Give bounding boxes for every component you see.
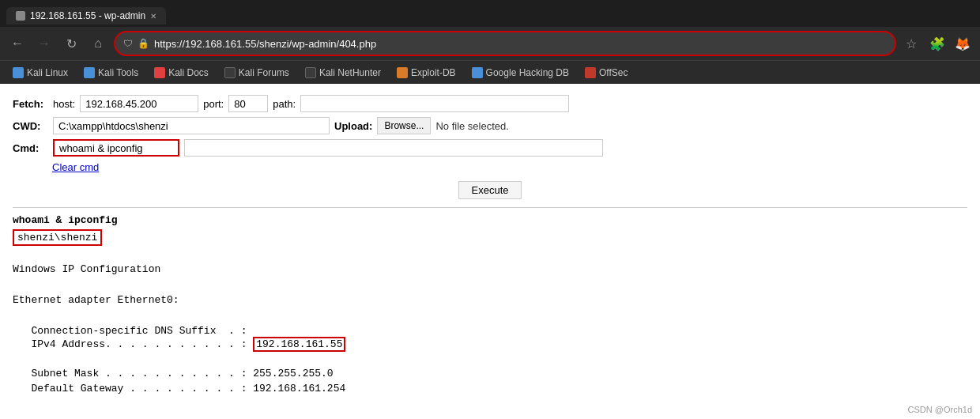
bookmark-kali-linux[interactable]: Kali Linux (6, 66, 74, 80)
active-tab[interactable]: 192.168.161.55 - wp-admin ✕ (6, 7, 166, 25)
port-input[interactable] (228, 95, 268, 112)
divider (13, 207, 967, 208)
bookmark-star-button[interactable]: ☆ (906, 36, 917, 51)
tab-label: 192.168.161.55 - wp-admin (30, 10, 145, 21)
tab-bar: 192.168.161.55 - wp-admin ✕ (0, 0, 980, 27)
bookmark-kali-forums[interactable]: Kali Forums (218, 66, 296, 80)
bookmark-kali-forums-label: Kali Forums (239, 67, 289, 78)
path-label: path: (273, 98, 296, 110)
shield-icon: 🛡 (123, 38, 133, 49)
bookmark-kali-linux-label: Kali Linux (27, 67, 68, 78)
ip-config-output-1: Windows IP Configuration Ethernet adapte… (13, 246, 967, 338)
bookmark-exploit-db-label: Exploit-DB (411, 67, 456, 78)
watermark: CSDN @Orch1d (908, 405, 972, 414)
user-highlight: shenzi\shenzi (13, 229, 102, 246)
bookmark-kali-docs-label: Kali Docs (168, 67, 209, 78)
user-output-line: shenzi\shenzi (13, 229, 967, 246)
extensions-button[interactable]: 🧩 (926, 33, 948, 55)
kali-docs-icon (154, 67, 165, 78)
browser-chrome: 192.168.161.55 - wp-admin ✕ ← → ↻ ⌂ 🛡 🔒 … (0, 0, 980, 84)
reload-button[interactable]: ↻ (60, 32, 82, 55)
forward-button[interactable]: → (33, 32, 55, 55)
fetch-row: Fetch: host: port: path: (13, 95, 967, 112)
bookmark-google-hacking-db[interactable]: Google Hacking DB (466, 66, 575, 80)
cwd-label: CWD: (13, 120, 48, 132)
bookmark-kali-nethunter[interactable]: Kali NetHunter (299, 66, 387, 80)
clear-cmd-row: Clear cmd (13, 161, 967, 173)
cmd-input[interactable] (53, 139, 179, 157)
kali-nethunter-icon (305, 67, 316, 78)
output-section: whoami & ipconfig shenzi\shenzi Windows … (13, 214, 967, 397)
cmd-label: Cmd: (13, 142, 48, 154)
google-hacking-db-icon (472, 67, 483, 78)
bookmark-kali-tools-label: Kali Tools (98, 67, 138, 78)
bookmark-exploit-db[interactable]: Exploit-DB (390, 66, 462, 80)
kali-tools-icon (84, 67, 95, 78)
bookmark-offsec-label: OffSec (599, 67, 628, 78)
ipv4-line: IPv4 Address. . . . . . . . . . . : 192.… (13, 338, 967, 350)
bookmark-kali-tools[interactable]: Kali Tools (77, 66, 145, 80)
clear-cmd-link[interactable]: Clear cmd (52, 161, 99, 173)
bookmark-kali-nethunter-label: Kali NetHunter (319, 67, 381, 78)
cmd-row: Cmd: (13, 139, 967, 157)
ipv4-highlight: 192.168.161.55 (253, 337, 345, 352)
back-button[interactable]: ← (6, 32, 28, 55)
kali-forums-icon (224, 67, 236, 78)
exploit-db-icon (397, 67, 408, 78)
upload-label: Upload: (334, 120, 372, 132)
path-input[interactable] (300, 95, 569, 112)
home-button[interactable]: ⌂ (87, 32, 109, 55)
bookmark-kali-docs[interactable]: Kali Docs (148, 66, 215, 80)
execute-button[interactable]: Execute (458, 181, 522, 199)
cmd-echo-output: whoami & ipconfig (13, 214, 967, 226)
url-input[interactable] (154, 38, 887, 50)
offsec-icon (585, 67, 596, 78)
form-section: Fetch: host: port: path: CWD: Upload: Br… (13, 95, 967, 199)
upload-section: Upload: Browse... No file selected. (334, 117, 509, 134)
ip-config-output-2: Subnet Mask . . . . . . . . . . . : 255.… (13, 350, 967, 397)
bookmarks-bar: Kali Linux Kali Tools Kali Docs Kali For… (0, 60, 980, 84)
host-input[interactable] (80, 95, 198, 112)
tab-favicon (16, 11, 25, 21)
page-content: Fetch: host: port: path: CWD: Upload: Br… (0, 84, 980, 419)
nav-bar: ← → ↻ ⌂ 🛡 🔒 ☆ 🧩 🦊 (0, 27, 980, 60)
bookmark-google-hacking-db-label: Google Hacking DB (486, 67, 569, 78)
firefox-account-button[interactable]: 🦊 (952, 33, 974, 55)
host-label: host: (53, 98, 75, 110)
execute-row: Execute (13, 181, 967, 199)
address-bar[interactable]: 🛡 🔒 (114, 31, 896, 56)
nav-right-buttons: 🧩 🦊 (926, 33, 974, 55)
cmd-extra-input[interactable] (184, 139, 603, 157)
browse-button[interactable]: Browse... (377, 117, 431, 134)
port-label: port: (203, 98, 224, 110)
bookmark-offsec[interactable]: OffSec (579, 66, 634, 80)
lock-icon: 🔒 (138, 38, 149, 49)
no-file-text: No file selected. (435, 120, 509, 132)
cwd-row: CWD: Upload: Browse... No file selected. (13, 117, 967, 134)
kali-linux-icon (13, 67, 24, 78)
cwd-input[interactable] (53, 117, 330, 134)
fetch-label: Fetch: (13, 98, 48, 110)
tab-close-btn[interactable]: ✕ (150, 12, 156, 21)
